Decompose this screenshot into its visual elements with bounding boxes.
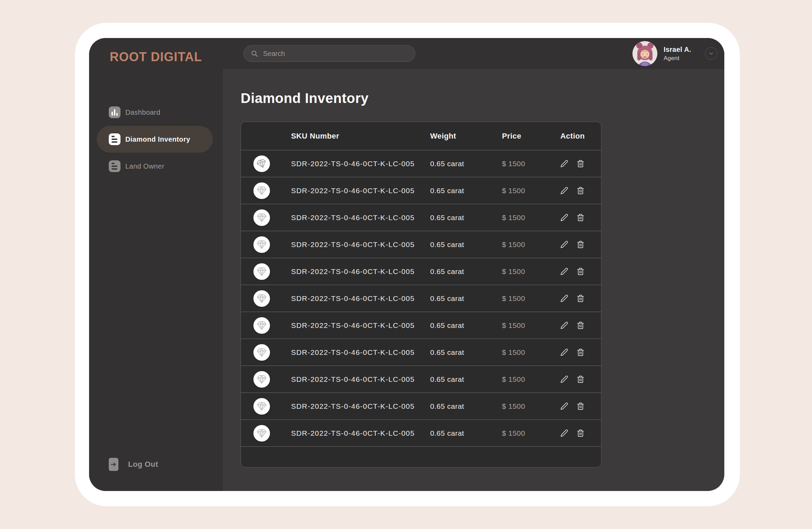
user-text: Israel A. Agent [664, 46, 691, 62]
edit-button[interactable] [560, 240, 568, 248]
edit-button[interactable] [560, 402, 568, 410]
price-cell: $ 1500 [502, 321, 560, 330]
device-frame: ROOT DIGITAL Dashboard Diamond Inventory [75, 23, 740, 506]
sidebar-item-diamond-inventory[interactable]: Diamond Inventory [97, 126, 213, 153]
edit-button[interactable] [560, 348, 568, 356]
trash-icon [577, 429, 584, 437]
weight-cell: 0.65 carat [430, 160, 502, 168]
edit-button[interactable] [560, 267, 568, 275]
delete-button[interactable] [577, 321, 584, 329]
trash-icon [577, 375, 584, 383]
diamond-thumbnail [253, 344, 270, 361]
bar-chart-icon [109, 106, 120, 118]
search-input[interactable] [263, 50, 408, 58]
price-cell: $ 1500 [502, 187, 560, 195]
gem-icon [256, 293, 268, 304]
delete-button[interactable] [577, 402, 584, 410]
weight-cell: 0.65 carat [430, 267, 502, 276]
logout-button[interactable]: Log Out [89, 458, 223, 471]
sku-cell: SDR-2022-TS-0-46-0CT-K-LC-005 [291, 321, 430, 330]
gem-icon [256, 239, 268, 251]
diamond-thumbnail [253, 425, 270, 442]
edit-button[interactable] [560, 375, 568, 383]
price-cell: $ 1500 [502, 402, 560, 410]
weight-cell: 0.65 carat [430, 187, 502, 195]
price-cell: $ 1500 [502, 429, 560, 437]
gem-icon [256, 374, 268, 385]
search-box[interactable] [243, 45, 415, 62]
delete-button[interactable] [577, 240, 584, 248]
trash-icon [577, 267, 584, 275]
main-content: Diamond Inventory SKU Number Weight Pric… [223, 69, 724, 491]
delete-button[interactable] [577, 294, 584, 302]
diamond-thumbnail [253, 209, 270, 226]
sidebar-item-dashboard[interactable]: Dashboard [97, 99, 213, 126]
sidebar: ROOT DIGITAL Dashboard Diamond Inventory [89, 38, 223, 491]
logout-label: Log Out [128, 460, 158, 469]
table-row: SDR-2022-TS-0-46-0CT-K-LC-005 0.65 carat… [241, 366, 601, 393]
user-name: Israel A. [664, 46, 691, 54]
delete-button[interactable] [577, 160, 584, 168]
edit-button[interactable] [560, 429, 568, 437]
user-menu: Israel A. Agent [632, 41, 717, 66]
diamond-thumbnail [253, 182, 270, 199]
avatar [632, 41, 657, 66]
edit-button[interactable] [560, 160, 568, 168]
table-row: SDR-2022-TS-0-46-0CT-K-LC-005 0.65 carat… [241, 177, 601, 204]
table-row: SDR-2022-TS-0-46-0CT-K-LC-005 0.65 carat… [241, 231, 601, 258]
pencil-icon [560, 402, 568, 410]
edit-button[interactable] [560, 187, 568, 195]
brand-logo: ROOT DIGITAL [89, 38, 223, 64]
trash-icon [577, 160, 584, 168]
table-row: SDR-2022-TS-0-46-0CT-K-LC-005 0.65 carat… [241, 285, 601, 312]
header-price: Price [502, 132, 560, 141]
diamond-thumbnail [253, 317, 270, 334]
sku-cell: SDR-2022-TS-0-46-0CT-K-LC-005 [291, 187, 430, 195]
delete-button[interactable] [577, 187, 584, 195]
diamond-thumbnail [253, 236, 270, 253]
gem-icon [256, 266, 268, 277]
sidebar-item-land-owner[interactable]: Land Owner [97, 153, 213, 180]
sku-cell: SDR-2022-TS-0-46-0CT-K-LC-005 [291, 160, 430, 168]
delete-button[interactable] [577, 375, 584, 383]
pencil-icon [560, 187, 568, 195]
weight-cell: 0.65 carat [430, 402, 502, 410]
logout-icon [109, 458, 118, 471]
pencil-icon [560, 429, 568, 437]
weight-cell: 0.65 carat [430, 375, 502, 384]
weight-cell: 0.65 carat [430, 214, 502, 222]
sidebar-item-label: Land Owner [125, 162, 164, 170]
table-row: SDR-2022-TS-0-46-0CT-K-LC-005 0.65 carat… [241, 258, 601, 285]
table-row: SDR-2022-TS-0-46-0CT-K-LC-005 0.65 carat… [241, 339, 601, 366]
sku-cell: SDR-2022-TS-0-46-0CT-K-LC-005 [291, 375, 430, 384]
table-body: SDR-2022-TS-0-46-0CT-K-LC-005 0.65 carat… [241, 150, 601, 446]
delete-button[interactable] [577, 267, 584, 275]
delete-button[interactable] [577, 348, 584, 356]
trash-icon [577, 402, 584, 410]
edit-button[interactable] [560, 321, 568, 329]
delete-button[interactable] [577, 429, 584, 437]
edit-button[interactable] [560, 214, 568, 221]
delete-button[interactable] [577, 214, 584, 221]
trash-icon [577, 214, 584, 221]
pencil-icon [560, 160, 568, 168]
sku-cell: SDR-2022-TS-0-46-0CT-K-LC-005 [291, 294, 430, 303]
trash-icon [577, 321, 584, 329]
diamond-thumbnail [253, 371, 270, 388]
pencil-icon [560, 348, 568, 356]
pencil-icon [560, 214, 568, 221]
price-cell: $ 1500 [502, 375, 560, 384]
pencil-icon [560, 375, 568, 383]
price-cell: $ 1500 [502, 160, 560, 168]
table-row: SDR-2022-TS-0-46-0CT-K-LC-005 0.65 carat… [241, 150, 601, 177]
edit-button[interactable] [560, 294, 568, 302]
pencil-icon [560, 294, 568, 302]
trash-icon [577, 294, 584, 302]
sidebar-item-label: Dashboard [125, 108, 160, 116]
user-menu-toggle[interactable] [705, 47, 717, 60]
sku-cell: SDR-2022-TS-0-46-0CT-K-LC-005 [291, 429, 430, 437]
user-role: Agent [664, 55, 691, 62]
header-weight: Weight [430, 132, 502, 141]
inventory-table: SKU Number Weight Price Action SDR-2022-… [241, 122, 601, 467]
trash-icon [577, 240, 584, 248]
